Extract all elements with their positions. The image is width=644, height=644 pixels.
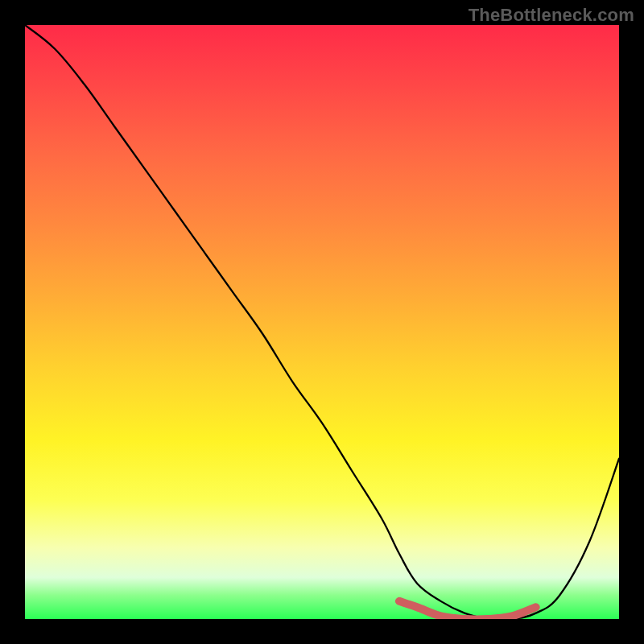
bottleneck-curve-path	[25, 25, 619, 619]
chart-plot-area	[25, 25, 619, 619]
bottleneck-chart-svg	[25, 25, 619, 619]
watermark-text: TheBottleneck.com	[469, 5, 634, 26]
highlight-band-path	[399, 601, 536, 619]
